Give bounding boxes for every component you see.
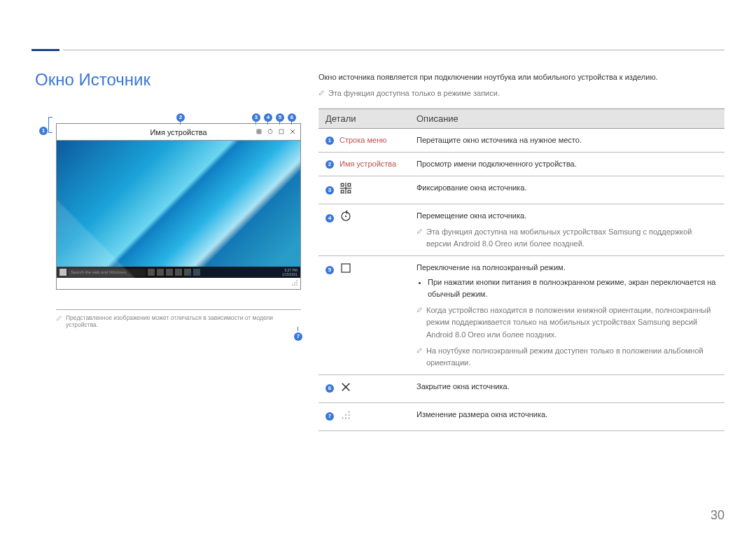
pencil-icon (416, 304, 426, 316)
callout-5: 5 (276, 112, 284, 122)
row-desc: Закрытие окна источника. (410, 374, 724, 402)
svg-rect-3 (260, 132, 261, 134)
svg-rect-1 (260, 129, 261, 131)
callout-1: 1 (39, 125, 48, 135)
callout-6: 6 (288, 112, 296, 122)
pin-icon (340, 182, 352, 198)
callout-num-3: 3 (252, 113, 260, 122)
pencil-icon (318, 87, 328, 99)
svg-rect-17 (348, 183, 351, 186)
svg-rect-7 (279, 129, 284, 134)
row-num: 1 (326, 136, 334, 145)
device-name-label: Имя устройства (150, 128, 206, 136)
callout-num-1: 1 (39, 127, 48, 135)
menu-bar[interactable]: Имя устройства (57, 124, 300, 141)
row-num: 4 (326, 214, 334, 223)
svg-point-32 (349, 417, 350, 419)
tb-icon (157, 269, 164, 276)
pencil-icon (56, 314, 63, 328)
desc-bullet: При нажатии кнопки питания в полноэкранн… (428, 276, 718, 300)
svg-point-29 (349, 414, 350, 416)
table-row: 4 Перемещение окна источника. Эта функци… (318, 204, 724, 256)
col-description: Описание (410, 109, 724, 129)
svg-rect-18 (341, 190, 344, 193)
taskbar-search: Search the web and Windows (69, 269, 146, 276)
figure-caption: Представленное изображение может отличат… (56, 314, 301, 328)
svg-rect-0 (257, 129, 258, 131)
row-num: 3 (326, 186, 334, 195)
desc-line: Перемещение окна источника. (416, 210, 718, 222)
row-desc: Фиксирование окна источника. (410, 176, 724, 204)
close-icon (340, 381, 352, 397)
taskbar: Search the web and Windows 5:27 PM1/15/2… (57, 267, 300, 278)
svg-rect-19 (348, 190, 351, 193)
svg-point-27 (349, 411, 350, 412)
callout-3: 3 (252, 112, 260, 122)
tb-icon (175, 269, 182, 276)
page-number: 30 (710, 508, 724, 523)
svg-point-13 (292, 284, 293, 286)
source-window: Имя устройства Search the web and Window… (56, 123, 301, 290)
start-icon (59, 269, 66, 276)
bracket-1 (48, 117, 52, 133)
svg-point-15 (296, 284, 298, 286)
svg-rect-24 (342, 264, 350, 272)
svg-point-14 (294, 284, 295, 286)
desc-note: На ноутбуке полноэкранный режим доступен… (426, 345, 718, 369)
callout-num-4: 4 (264, 113, 272, 122)
row-num: 2 (326, 160, 334, 169)
svg-point-12 (296, 282, 298, 283)
row-desc: Перемещение окна источника. Эта функция … (410, 204, 724, 256)
rotate-icon (340, 210, 352, 226)
desc-line: Переключение на полноэкранный режим. (416, 262, 718, 274)
svg-point-11 (294, 282, 295, 283)
pencil-icon (416, 226, 426, 238)
desc-note: Когда устройство находится в положении к… (426, 304, 718, 340)
table-row: 7 Изменение размера окна источника. (318, 402, 724, 430)
figure: 1 2 3 4 5 6 Имя устройства Search the we… (35, 112, 301, 328)
taskbar-clock: 5:27 PM1/15/2021 (282, 268, 298, 276)
close-icon[interactable] (289, 128, 296, 136)
pin-icon[interactable] (255, 128, 262, 136)
svg-point-30 (342, 417, 344, 419)
table-row: 2Имя устройства Просмотр имени подключен… (318, 153, 724, 176)
callout-2: 2 (176, 112, 185, 122)
callout-num-7: 7 (294, 332, 302, 341)
callout-num-6: 6 (288, 113, 296, 122)
row-desc: Перетащите окно источника на нужное мест… (410, 129, 724, 153)
svg-point-23 (345, 216, 346, 217)
row-label: Строка меню (340, 134, 386, 146)
tb-icon (193, 269, 200, 276)
tb-icon (148, 269, 155, 276)
svg-point-6 (268, 129, 272, 134)
svg-point-31 (345, 417, 346, 419)
table-row: 3 Фиксирование окна источника. (318, 176, 724, 204)
row-num: 7 (326, 412, 334, 421)
intro-note: Эта функция доступна только в режиме зап… (328, 87, 500, 99)
row-num: 5 (326, 266, 334, 274)
window-content: Search the web and Windows 5:27 PM1/15/2… (57, 141, 300, 278)
row-label: Имя устройства (340, 158, 396, 170)
svg-point-10 (296, 280, 298, 281)
svg-rect-16 (341, 183, 344, 186)
row-desc: Просмотр имени подключенного устройства. (410, 153, 724, 176)
table-row: 1Строка меню Перетащите окно источника н… (318, 129, 724, 153)
tb-icon (166, 269, 173, 276)
intro-text: Окно источника появляется при подключени… (318, 71, 724, 83)
callout-4: 4 (264, 112, 272, 122)
intro-block: Окно источника появляется при подключени… (318, 71, 724, 99)
resize-handle[interactable] (57, 278, 300, 289)
col-details: Детали (318, 109, 410, 129)
svg-point-28 (345, 414, 346, 416)
row-num: 6 (326, 384, 334, 393)
caption-rule (56, 309, 301, 310)
details-table: Детали Описание 1Строка меню Перетащите … (318, 108, 724, 431)
table-row: 6 Закрытие окна источника. (318, 374, 724, 402)
resize-icon (340, 409, 352, 425)
row-desc: Переключение на полноэкранный режим. При… (410, 256, 724, 374)
header-dash (31, 49, 59, 51)
table-row: 5 Переключение на полноэкранный режим. П… (318, 256, 724, 374)
rotate-icon[interactable] (267, 128, 274, 136)
maximize-icon[interactable] (278, 128, 285, 136)
callout-num-2: 2 (176, 113, 185, 122)
